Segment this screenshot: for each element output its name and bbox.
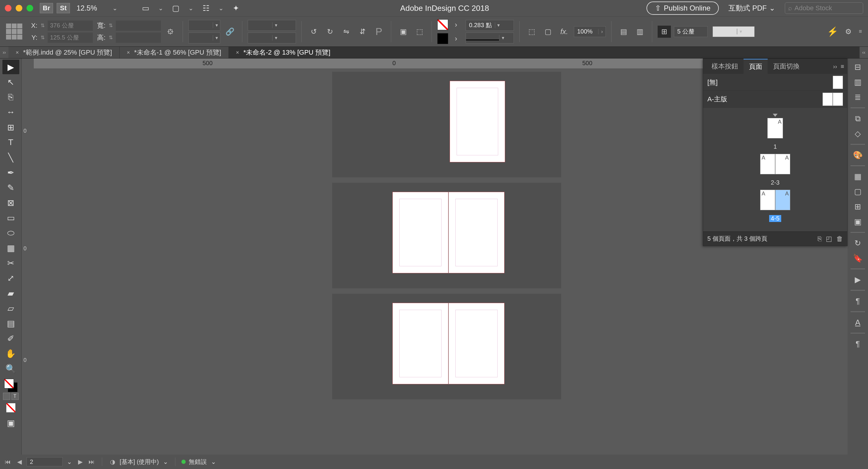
page-1[interactable]: A <box>767 118 783 139</box>
timing-icon[interactable]: ↻ <box>850 236 865 250</box>
char-styles-icon[interactable]: A <box>850 316 865 329</box>
apply-color[interactable] <box>2 401 19 415</box>
rotate-cw-icon[interactable]: ↻ <box>323 26 337 38</box>
page-dropdown[interactable]: ⌄ <box>66 458 73 465</box>
hand-tool[interactable]: ✋ <box>2 346 19 361</box>
page-field[interactable]: 2 <box>27 457 63 466</box>
rotate-combo[interactable]: ▾ <box>248 20 296 31</box>
rotate-ccw-icon[interactable]: ↺ <box>307 26 320 38</box>
close-tab-icon[interactable]: × <box>16 50 19 56</box>
constrain-icon[interactable]: ⯐ <box>164 26 177 38</box>
delete-page-icon[interactable]: 🗑 <box>836 235 843 243</box>
zoom-dropdown[interactable]: ⌄ <box>110 4 119 12</box>
collapse-handle[interactable]: ‹‹ <box>860 47 868 58</box>
errors-dropdown[interactable]: ⌄ <box>210 458 217 465</box>
direct-selection-tool[interactable]: ↖ <box>2 75 19 89</box>
layers-icon[interactable]: ≣ <box>850 90 865 104</box>
panel-tab-page-transitions[interactable]: 頁面切換 <box>768 59 805 74</box>
stock-search[interactable]: ⌕ Adobe Stock <box>785 2 863 14</box>
close-tab-icon[interactable]: × <box>127 50 130 56</box>
document-tab[interactable]: × *範例.indd @ 25% [GPU 預覽] <box>8 47 120 58</box>
last-page-icon[interactable]: ⏭ <box>87 458 96 466</box>
x-stepper[interactable]: ⇅ <box>39 23 46 28</box>
text-wrap-icon[interactable]: ▤ <box>617 26 630 38</box>
pen-tool[interactable]: ✒ <box>2 165 19 180</box>
polygon-tool[interactable]: ▦ <box>2 241 19 255</box>
settings-icon[interactable]: ⚙ <box>842 26 855 38</box>
page-tool[interactable]: ⎘ <box>2 90 19 105</box>
reference-point[interactable] <box>6 24 22 40</box>
media-icon[interactable]: ⊞ <box>850 200 865 213</box>
next-page-icon[interactable]: ▶ <box>76 458 84 466</box>
panel-menu-icon[interactable]: ≡ <box>841 63 844 70</box>
chevron-down-icon[interactable]: ⌄ <box>216 4 225 12</box>
page-thumb[interactable] <box>393 192 448 273</box>
page-thumb[interactable] <box>393 303 448 384</box>
bookmarks-icon[interactable]: 🔖 <box>850 252 865 265</box>
publish-online-button[interactable]: ⇧ Publish Online <box>647 1 719 15</box>
line-tool[interactable]: ╲ <box>2 150 19 165</box>
object-styles-icon[interactable]: ▢ <box>850 185 865 198</box>
corner-icon[interactable]: ⬚ <box>525 26 538 38</box>
fill-swatch[interactable] <box>437 19 448 30</box>
preview-icon[interactable]: ▣ <box>850 215 865 228</box>
scale-y-combo[interactable]: ▾ <box>188 33 220 43</box>
object-style-combo[interactable]: ▾ <box>712 26 755 37</box>
bridge-button[interactable]: Br <box>40 3 53 13</box>
stock-button[interactable]: St <box>57 3 70 13</box>
cc-libraries-icon[interactable]: ⊟ <box>850 60 865 74</box>
stroke-weight-combo[interactable]: 0.283 點▾ <box>466 20 514 31</box>
arrange-icon[interactable]: ▭ <box>138 3 153 13</box>
swatches-icon[interactable]: ▦ <box>850 170 865 183</box>
fill-dropdown[interactable]: › <box>450 19 463 31</box>
shear-combo[interactable]: ▾ <box>248 33 296 43</box>
stroke-style-combo[interactable]: ▾ <box>466 33 514 43</box>
vertical-ruler[interactable]: 0 0 0 <box>22 59 34 455</box>
select-content-icon[interactable]: ⬚ <box>413 26 426 38</box>
buttons-icon[interactable]: ▶ <box>850 273 865 286</box>
quick-apply-icon[interactable]: ⚡ <box>827 26 838 37</box>
document-tab[interactable]: × *未命名-1 @ 56% [GPU 預覽] <box>120 47 229 58</box>
pencil-tool[interactable]: ✎ <box>2 180 19 195</box>
preflight-errors[interactable]: 無錯誤 <box>189 458 207 466</box>
type-tool[interactable]: T <box>2 135 19 150</box>
fx-icon[interactable]: fx. <box>558 26 571 38</box>
edit-page-size-icon[interactable]: ⎘ <box>818 235 822 243</box>
note-tool[interactable]: ▤ <box>2 316 19 330</box>
format-container-text[interactable]: T <box>3 393 19 400</box>
panel-menu-icon[interactable]: ≡ <box>859 28 862 35</box>
flip-h-icon[interactable]: ⇋ <box>340 26 353 38</box>
x-field[interactable]: 376 公釐 <box>48 21 93 31</box>
stroke-dropdown[interactable]: › <box>450 33 463 45</box>
panel-tab-sample-buttons[interactable]: 樣本按鈕 <box>706 59 744 74</box>
eyedropper-tool[interactable]: ✐ <box>2 331 19 346</box>
gpu-icon[interactable]: ✦ <box>229 3 243 13</box>
w-field[interactable] <box>116 21 161 31</box>
text-wrap2-icon[interactable]: ▥ <box>633 26 647 38</box>
page-thumb[interactable] <box>448 192 504 273</box>
h-field[interactable] <box>116 33 161 43</box>
pages-icon[interactable]: ▥ <box>850 76 865 89</box>
links-icon[interactable]: ⧉ <box>850 112 865 125</box>
screen-mode-icon[interactable]: ▢ <box>169 3 183 13</box>
close-icon[interactable] <box>5 5 11 11</box>
new-page-icon[interactable]: ◰ <box>826 235 832 243</box>
window-controls[interactable] <box>5 5 33 11</box>
content-collector-tool[interactable]: ⊞ <box>2 120 19 135</box>
collapse-icon[interactable]: ›› <box>833 63 837 70</box>
stroke-swatch[interactable] <box>437 33 448 44</box>
gradient-swatch-tool[interactable]: ▰ <box>2 286 19 300</box>
link-icon[interactable]: 🔗 <box>223 26 237 38</box>
expand-handle[interactable]: ›› <box>0 47 8 58</box>
fullscreen-icon[interactable] <box>27 5 33 11</box>
document-tab[interactable]: × *未命名-2 @ 13% [GPU 預覽] <box>229 47 338 58</box>
free-transform-tool[interactable]: ⤢ <box>2 271 19 285</box>
chevron-down-icon[interactable]: ⌄ <box>186 4 195 12</box>
dimension-combo[interactable]: 5 公釐 <box>674 26 708 37</box>
rectangle-tool[interactable]: ▭ <box>2 210 19 225</box>
panel-tab-pages[interactable]: 頁面 <box>744 59 768 74</box>
para-styles-icon[interactable]: ¶ <box>850 337 865 350</box>
master-none[interactable]: [無] <box>703 74 847 91</box>
spread-4-5[interactable]: A A <box>760 190 790 210</box>
spread-2-3[interactable]: A A <box>760 154 790 174</box>
